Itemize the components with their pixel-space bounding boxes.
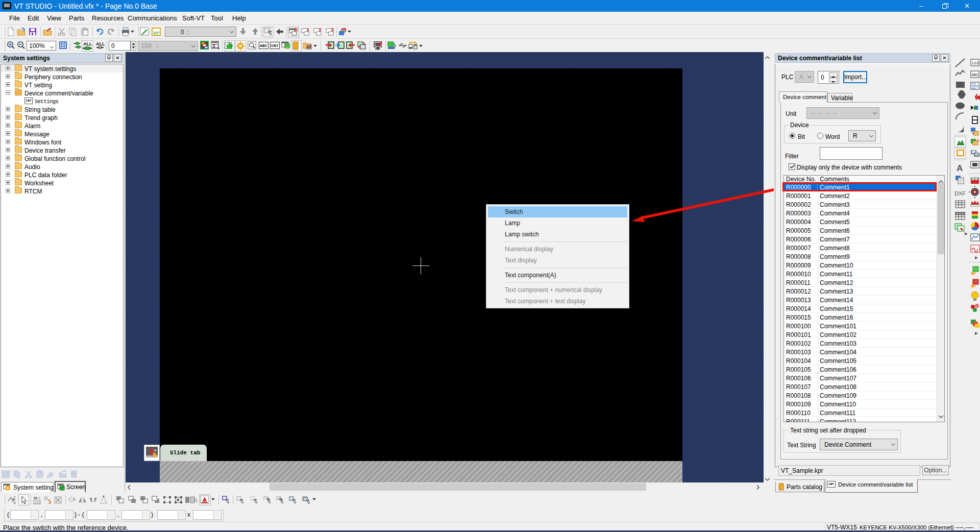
svg-text:1: 1: [307, 27, 309, 32]
svg-text:ALL: ALL: [83, 41, 92, 46]
svg-text:ABC: ABC: [260, 43, 267, 48]
svg-text:2: 2: [319, 27, 322, 32]
svg-text:CNT: CNT: [271, 43, 279, 48]
svg-text:DXF: DXF: [954, 190, 966, 197]
svg-text:3: 3: [331, 27, 334, 32]
svg-text:ABC: ABC: [972, 73, 979, 77]
svg-text:ALL: ALL: [96, 41, 105, 46]
svg-text:B: B: [295, 27, 298, 32]
svg-text:123: 123: [34, 501, 40, 504]
svg-text:123: 123: [972, 61, 979, 65]
svg-text:A: A: [957, 163, 963, 173]
